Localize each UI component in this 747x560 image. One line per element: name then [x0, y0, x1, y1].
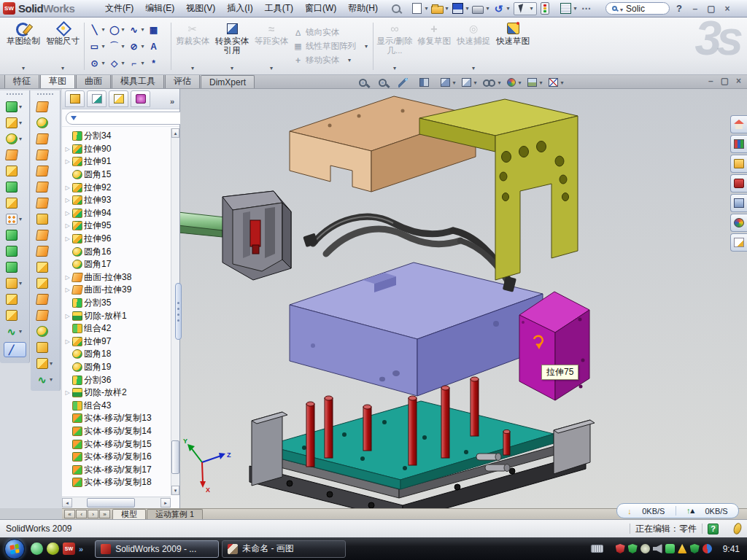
- view-toolbar-button[interactable]: [359, 79, 374, 87]
- feature-manager-tab[interactable]: [131, 90, 150, 107]
- tree-item[interactable]: 曲面-拉伸38: [64, 271, 171, 284]
- tree-item[interactable]: 圆角15: [64, 168, 171, 182]
- ribbon-big-button[interactable]: 草图绘制: [4, 20, 42, 73]
- toolbar-button[interactable]: ╱: [4, 342, 26, 357]
- dropdown-arrow-icon[interactable]: [538, 79, 544, 86]
- tray-icon[interactable]: [690, 544, 700, 553]
- menu-item[interactable]: 视图(V): [180, 0, 221, 17]
- taskpane-tab[interactable]: [730, 135, 747, 153]
- expand-arrow-icon[interactable]: [64, 389, 71, 396]
- ribbon-stack-button[interactable]: 线性草图阵列: [293, 41, 368, 52]
- sketch-entity-button[interactable]: *: [147, 55, 167, 71]
- dropdown-arrow-icon[interactable]: [100, 26, 107, 33]
- toolbar-button[interactable]: [6, 278, 24, 289]
- view-toolbar-button[interactable]: [549, 78, 565, 87]
- toolbar-button[interactable]: [36, 117, 55, 128]
- tree-item[interactable]: 切除-放样2: [64, 386, 171, 400]
- taskpane-tab[interactable]: [730, 174, 747, 192]
- tray-icon[interactable]: [678, 544, 687, 553]
- ribbon-tab[interactable]: 评估: [165, 73, 200, 88]
- dropdown-arrow-icon[interactable]: [120, 43, 126, 50]
- dropdown-arrow-icon[interactable]: [48, 376, 55, 383]
- dropdown-arrow-icon[interactable]: [365, 43, 368, 50]
- sketch-entity-button[interactable]: ⌐: [128, 55, 147, 71]
- dropdown-arrow-icon[interactable]: [191, 63, 194, 73]
- model-insert-block[interactable]: [222, 191, 291, 280]
- window-control-button[interactable]: ▢: [706, 4, 716, 14]
- scrollbar-thumb[interactable]: [87, 498, 135, 508]
- expand-arrow-icon[interactable]: [64, 222, 71, 229]
- toolbar-button[interactable]: [36, 214, 55, 225]
- quickbar-button[interactable]: [410, 3, 430, 15]
- dropdown-arrow-icon[interactable]: [18, 328, 24, 335]
- tree-item[interactable]: 圆角19: [64, 361, 171, 374]
- toolbar-button[interactable]: ∿: [6, 326, 24, 337]
- model-side-block[interactable]: [519, 292, 589, 400]
- menu-item[interactable]: 文件(F): [99, 0, 139, 17]
- ribbon-button[interactable]: 显示/删除几...: [376, 20, 414, 73]
- model-top-plate[interactable]: [290, 96, 476, 192]
- dropdown-arrow-icon[interactable]: [18, 216, 24, 222]
- dropdown-arrow-icon[interactable]: [472, 79, 479, 86]
- tray-icon[interactable]: [653, 544, 662, 553]
- scrollbar-thumb[interactable]: [171, 440, 179, 474]
- taskbar-clock[interactable]: 9:41: [723, 544, 740, 554]
- tree-item[interactable]: 实体-移动/复制18: [64, 476, 171, 489]
- doc-nav-button[interactable]: ›: [88, 510, 98, 518]
- quickbar-button[interactable]: [559, 3, 579, 15]
- tree-item[interactable]: 圆角18: [64, 348, 171, 361]
- toolbar-button[interactable]: [36, 310, 55, 321]
- tree-item[interactable]: 组合43: [64, 399, 171, 412]
- view-toolbar-button[interactable]: [507, 78, 523, 87]
- menu-item[interactable]: 编辑(E): [139, 0, 180, 17]
- dropdown-arrow-icon[interactable]: [348, 57, 351, 63]
- search-box[interactable]: Solic: [605, 2, 670, 15]
- scroll-left-button[interactable]: [62, 498, 72, 508]
- dropdown-arrow-icon[interactable]: [18, 136, 24, 142]
- doc-nav-button[interactable]: ‹: [76, 510, 87, 518]
- taskbar-task-button[interactable]: 未命名 - 画图: [222, 540, 346, 558]
- tree-item[interactable]: 拉伸92: [64, 181, 171, 194]
- dropdown-arrow-icon[interactable]: [100, 43, 107, 50]
- tree-item[interactable]: 分割35: [64, 297, 171, 310]
- dropdown-arrow-icon[interactable]: [139, 60, 146, 66]
- scroll-down-button[interactable]: [171, 486, 179, 495]
- tree-item[interactable]: 圆角16: [64, 245, 171, 258]
- quick-launch-icon[interactable]: »: [79, 542, 83, 555]
- dropdown-arrow-icon[interactable]: [528, 5, 535, 12]
- tree-item[interactable]: 拉伸90: [64, 143, 171, 156]
- feature-manager-tab[interactable]: [65, 90, 85, 107]
- view-toolbar-button[interactable]: [527, 78, 544, 87]
- toolbar-button[interactable]: [6, 166, 24, 176]
- dropdown-arrow-icon[interactable]: [572, 5, 578, 12]
- dropdown-arrow-icon[interactable]: [22, 63, 25, 73]
- dropdown-arrow-icon[interactable]: [484, 5, 491, 12]
- toolbar-button[interactable]: [36, 166, 55, 176]
- dropdown-arrow-icon[interactable]: [516, 79, 523, 86]
- expand-arrow-icon[interactable]: [64, 184, 71, 191]
- quickbar-button[interactable]: [390, 3, 410, 15]
- ribbon-button[interactable]: 等距实体: [252, 20, 290, 73]
- taskbar-task-button[interactable]: SolidWorks 2009 - ...: [95, 540, 219, 558]
- view-toolbar-button[interactable]: [419, 78, 436, 87]
- taskpane-tab[interactable]: [730, 194, 747, 212]
- toolbar-button[interactable]: [36, 198, 55, 209]
- dropdown-arrow-icon[interactable]: [270, 63, 273, 73]
- tray-icon[interactable]: [616, 544, 625, 553]
- sketch-entity-button[interactable]: ⊘: [128, 38, 147, 55]
- model-clamp-plate[interactable]: [419, 99, 578, 280]
- scroll-right-button[interactable]: [160, 498, 171, 508]
- tree-item[interactable]: 实体-移动/复制13: [64, 412, 171, 425]
- toolbar-button[interactable]: [6, 117, 24, 128]
- dropdown-arrow-icon[interactable]: [496, 79, 503, 86]
- tree-item[interactable]: 曲面-拉伸39: [64, 284, 171, 297]
- toolbar-button[interactable]: [36, 246, 55, 257]
- window-control-button[interactable]: ×: [722, 4, 732, 14]
- view-toolbar-button[interactable]: [441, 78, 457, 87]
- toolbar-button[interactable]: [6, 182, 24, 192]
- tree-item[interactable]: 分割36: [64, 373, 171, 386]
- document-window-button[interactable]: ×: [736, 76, 741, 86]
- dropdown-arrow-icon[interactable]: [423, 5, 430, 12]
- expand-arrow-icon[interactable]: [64, 287, 71, 293]
- ribbon-tab[interactable]: 模具工具: [112, 73, 164, 88]
